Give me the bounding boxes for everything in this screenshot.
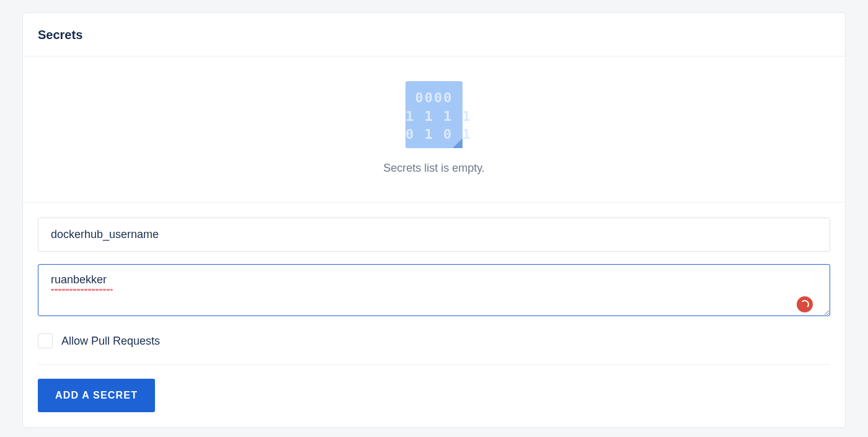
binary-file-icon-text: 0000 1 1 1 1 0 1 0 1 — [405, 81, 463, 144]
allow-pr-row: Allow Pull Requests — [38, 333, 830, 365]
empty-state: 0000 1 1 1 1 0 1 0 1 Secrets list is emp… — [23, 56, 845, 202]
loading-spinner-icon — [797, 296, 813, 312]
secrets-panel: Secrets 0000 1 1 1 1 0 1 0 1 Secrets lis… — [22, 12, 846, 428]
binary-file-icon: 0000 1 1 1 1 0 1 0 1 — [405, 81, 463, 148]
add-secret-button[interactable]: ADD A SECRET — [38, 379, 155, 412]
panel-header: Secrets — [23, 13, 845, 56]
panel-title: Secrets — [38, 28, 830, 42]
empty-state-message: Secrets list is empty. — [38, 162, 830, 175]
spinner-arc-icon — [800, 300, 809, 309]
secret-value-input[interactable]: ruanbekker — [38, 264, 830, 316]
secret-value-wrap: ruanbekker — [38, 264, 830, 319]
add-secret-form: ruanbekker Allow Pull Requests ADD A SEC… — [23, 202, 845, 427]
page-fold-icon — [453, 138, 463, 148]
secret-name-input[interactable] — [38, 218, 830, 252]
allow-pr-checkbox[interactable] — [38, 333, 53, 348]
allow-pr-label: Allow Pull Requests — [61, 335, 160, 348]
